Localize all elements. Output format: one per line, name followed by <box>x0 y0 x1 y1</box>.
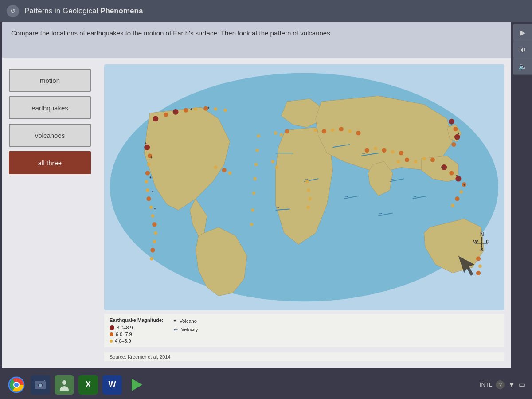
word-icon[interactable]: W <box>102 375 122 395</box>
svg-point-21 <box>214 107 217 111</box>
svg-point-14 <box>150 257 153 261</box>
left-panel: motion earthquakes volcanoes all three <box>9 64 98 361</box>
svg-point-26 <box>451 142 456 147</box>
volcanoes-button[interactable]: volcanoes <box>9 124 91 147</box>
svg-text:✦: ✦ <box>190 107 193 111</box>
svg-point-45 <box>322 129 326 133</box>
legend-item-volcano: ✦ Volcano <box>172 317 198 324</box>
volume-button[interactable]: 🔈 <box>513 58 532 75</box>
map-area: ✦ ✦ ✦ ✦ ✦ ✦ ✦ ✦ ✦ ✦ ✦ ✦ ✦ <box>104 64 504 361</box>
svg-point-22 <box>223 109 227 112</box>
svg-text:✦: ✦ <box>173 110 176 114</box>
instruction-bar: Compare the locations of earthquakes to … <box>2 22 511 58</box>
svg-point-31 <box>459 190 463 194</box>
svg-point-98 <box>405 157 409 162</box>
svg-text:→: → <box>332 142 337 147</box>
svg-point-51 <box>374 147 377 150</box>
svg-text:✦: ✦ <box>455 174 458 178</box>
svg-point-95 <box>308 197 312 200</box>
svg-point-42 <box>251 208 254 212</box>
svg-point-18 <box>184 108 188 112</box>
world-map-svg: ✦ ✦ ✦ ✦ ✦ ✦ ✦ ✦ ✦ ✦ ✦ ✦ ✦ <box>104 64 504 310</box>
svg-point-90 <box>285 129 289 133</box>
battery-icon: ▭ <box>519 380 525 389</box>
svg-point-100 <box>422 157 426 160</box>
legend-item-small: 4.0–5.9 <box>110 338 164 344</box>
svg-text:→: → <box>413 194 417 199</box>
legend-item-medium: 6.0–7.9 <box>110 332 164 337</box>
earthquakes-button[interactable]: earthquakes <box>9 96 91 119</box>
skip-back-button[interactable]: ⏮ <box>513 41 532 58</box>
svg-text:N: N <box>480 231 484 237</box>
svg-text:→: → <box>344 194 348 199</box>
dot-medium <box>110 332 113 336</box>
velocity-symbol: ← <box>172 325 179 333</box>
play-store-icon[interactable] <box>126 375 146 395</box>
svg-point-114 <box>39 383 42 387</box>
instruction-text: Compare the locations of earthquakes to … <box>11 29 332 37</box>
svg-point-6 <box>146 188 149 192</box>
excel-icon[interactable]: X <box>78 375 98 395</box>
svg-marker-116 <box>132 379 142 391</box>
person-icon[interactable] <box>55 375 74 395</box>
svg-text:→: → <box>361 151 366 156</box>
svg-point-96 <box>306 206 310 209</box>
svg-text:→: → <box>276 205 280 210</box>
back-button[interactable]: ↺ <box>7 5 19 17</box>
map-container: ✦ ✦ ✦ ✦ ✦ ✦ ✦ ✦ ✦ ✦ ✦ ✦ ✦ <box>104 64 504 310</box>
volcano-symbol: ✦ <box>172 317 177 324</box>
svg-text:✦: ✦ <box>441 166 444 170</box>
svg-point-40 <box>253 177 257 180</box>
svg-point-89 <box>280 133 283 137</box>
svg-point-92 <box>275 166 278 169</box>
svg-point-44 <box>314 129 317 132</box>
svg-point-55 <box>214 166 217 169</box>
main-content: Compare the locations of earthquakes to … <box>2 22 511 368</box>
svg-point-46 <box>331 129 335 132</box>
all-three-button[interactable]: all three <box>9 151 91 174</box>
svg-point-16 <box>164 113 168 117</box>
svg-text:✦: ✦ <box>450 121 453 125</box>
svg-text:✦: ✦ <box>207 106 210 110</box>
svg-point-52 <box>382 148 386 153</box>
taskbar: X W INTL ? ▼ ▭ <box>0 370 532 399</box>
camera-icon[interactable] <box>31 375 50 395</box>
svg-point-88 <box>274 131 278 135</box>
legend-title: Earthquake Magnitude: <box>110 317 164 323</box>
svg-point-4 <box>145 171 150 175</box>
svg-point-32 <box>455 196 459 201</box>
legend-container: Earthquake Magnitude: 8.0–8.9 6.0–7.9 4.… <box>104 314 504 347</box>
motion-button[interactable]: motion <box>9 69 91 92</box>
svg-point-57 <box>228 171 232 175</box>
svg-point-39 <box>254 163 258 166</box>
source-citation: Source: Kreemer et al, 2014 <box>104 352 504 361</box>
svg-point-15 <box>153 116 159 121</box>
legend-item-velocity: ← Velocity <box>172 325 198 333</box>
chrome-icon[interactable] <box>7 375 26 395</box>
svg-point-56 <box>222 168 226 172</box>
right-controls: ▶ ⏮ 🔈 <box>513 24 532 75</box>
svg-text:✦: ✦ <box>463 183 466 187</box>
top-bar: ↺ Patterns in Geological Phenomena <box>0 0 532 22</box>
content-row: motion earthquakes volcanoes all three <box>2 58 511 368</box>
svg-point-47 <box>339 127 344 131</box>
question-mark[interactable]: ? <box>496 380 505 389</box>
svg-point-101 <box>430 157 435 162</box>
svg-text:✦: ✦ <box>149 176 152 180</box>
svg-text:→: → <box>390 176 394 181</box>
svg-point-115 <box>62 380 66 385</box>
svg-point-10 <box>152 222 156 227</box>
svg-text:✦: ✦ <box>144 141 147 145</box>
svg-point-35 <box>478 264 482 268</box>
svg-point-19 <box>194 107 197 111</box>
svg-point-36 <box>476 271 481 275</box>
play-button[interactable]: ▶ <box>513 24 532 41</box>
svg-point-97 <box>397 160 400 164</box>
svg-point-38 <box>255 149 259 152</box>
svg-point-41 <box>252 192 256 195</box>
intl-label: INTL <box>480 381 492 388</box>
svg-point-3 <box>147 163 151 166</box>
svg-text:✦: ✦ <box>153 207 156 211</box>
svg-point-94 <box>307 188 310 192</box>
magnitude-legend: Earthquake Magnitude: 8.0–8.9 6.0–7.9 4.… <box>110 317 164 344</box>
